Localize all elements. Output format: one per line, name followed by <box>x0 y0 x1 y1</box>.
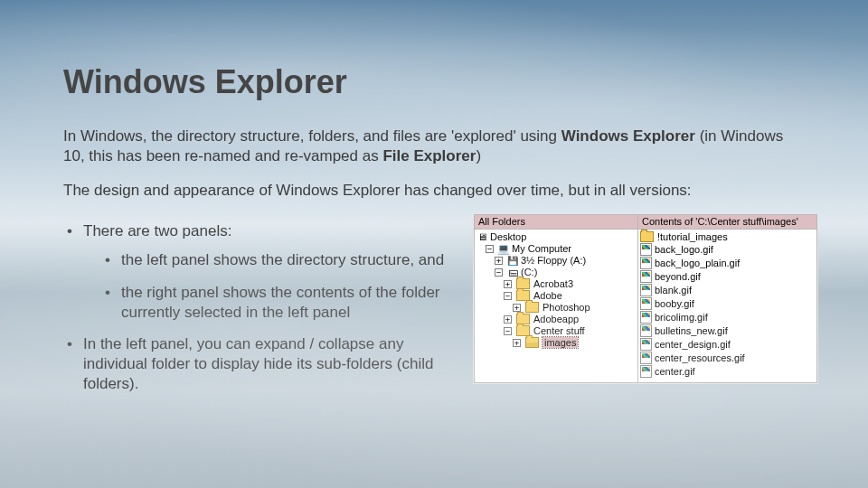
file-row: !tutorial_images <box>640 231 815 243</box>
file-label: blank.gif <box>655 285 692 296</box>
tree-desktop-label: Desktop <box>490 231 526 242</box>
expand-icon: + <box>504 280 512 288</box>
drive-icon <box>507 267 518 277</box>
expand-icon: + <box>513 304 521 312</box>
slide-title: Windows Explorer <box>63 63 832 101</box>
folder-open-icon <box>525 337 539 348</box>
collapse-icon: − <box>495 268 503 277</box>
floppy-icon <box>507 255 518 266</box>
image-file-icon <box>640 257 652 269</box>
file-label: !tutorial_images <box>657 231 728 242</box>
file-label: back_logo_plain.gif <box>655 258 740 268</box>
bullet-expand-collapse: In the left panel, you can expand / coll… <box>63 334 461 393</box>
file-row: center_resources.gif <box>640 352 815 365</box>
tree-centerstuff-label: Center stuff <box>533 325 585 336</box>
tree-acrobat3: + Acrobat3 <box>476 278 636 290</box>
file-label: center_design.gif <box>655 339 731 350</box>
image-file-icon <box>640 365 652 378</box>
file-row: back_logo_plain.gif <box>640 257 815 270</box>
file-row: blank.gif <box>640 284 815 297</box>
explorer-right-header: Contents of 'C:\Center stuff\images' <box>638 215 816 230</box>
file-row: beyond.gif <box>640 270 815 284</box>
image-file-icon <box>640 324 652 337</box>
expand-icon: + <box>513 339 521 347</box>
intro-text-pre: In Windows, the directory structure, fol… <box>63 127 561 145</box>
folder-icon <box>640 231 654 242</box>
tree-floppy-label: 3½ Floppy (A:) <box>521 255 586 266</box>
folder-icon <box>516 325 530 336</box>
file-label: booby.gif <box>655 298 694 309</box>
intro-text-post: ) <box>476 147 481 164</box>
file-label: bulletins_new.gif <box>655 325 728 336</box>
file-row: back_logo.gif <box>640 243 815 257</box>
tree-desktop: Desktop <box>476 231 636 243</box>
tree-cdrive-label: (C:) <box>521 267 537 277</box>
folder-icon <box>516 278 530 289</box>
image-file-icon <box>640 311 652 324</box>
image-file-icon <box>640 284 652 296</box>
bullet-left-panel: the left panel shows the directory struc… <box>103 250 461 270</box>
file-label: bricolimg.gif <box>655 312 708 323</box>
desktop-icon <box>476 231 487 242</box>
file-label: beyond.gif <box>655 271 701 282</box>
file-label: center_resources.gif <box>655 352 745 363</box>
bullet-right-panel: the right panel shows the contents of th… <box>103 283 461 323</box>
second-paragraph: The design and appearance of Windows Exp… <box>63 181 805 201</box>
expand-icon: + <box>495 257 503 265</box>
intro-strong-1: Windows Explorer <box>561 127 695 145</box>
explorer-right-pane: Contents of 'C:\Center stuff\images' !tu… <box>638 215 816 382</box>
image-file-icon <box>640 352 652 364</box>
intro-paragraph: In Windows, the directory structure, fol… <box>63 127 805 166</box>
tree-floppy: + 3½ Floppy (A:) <box>476 255 636 267</box>
file-row: center.gif <box>640 365 815 379</box>
collapse-icon: − <box>486 245 494 253</box>
folder-icon <box>516 314 530 324</box>
explorer-screenshot: All Folders Desktop − My Computer + <box>474 214 817 383</box>
file-label: back_logo.gif <box>655 244 713 255</box>
tree-my-computer: − My Computer <box>476 243 636 255</box>
tree-images: + images <box>476 337 636 349</box>
bullet-two-panels-text: There are two panels: <box>83 222 231 239</box>
tree-centerstuff: − Center stuff <box>476 325 636 337</box>
file-row: booby.gif <box>640 297 815 311</box>
collapse-icon: − <box>504 292 512 300</box>
tree-cdrive: − (C:) <box>476 267 636 278</box>
tree-adobe: − Adobe <box>476 290 636 302</box>
file-row: bricolimg.gif <box>640 311 815 324</box>
image-file-icon <box>640 338 652 351</box>
image-file-icon <box>640 270 652 283</box>
tree-adobeapp: + Adobeapp <box>476 314 636 325</box>
folder-icon <box>525 302 539 313</box>
tree-acrobat3-label: Acrobat3 <box>533 278 573 289</box>
folder-icon <box>516 290 530 301</box>
file-row: center_design.gif <box>640 338 815 352</box>
collapse-icon: − <box>504 327 512 335</box>
image-file-icon <box>640 297 652 310</box>
explorer-left-pane: All Folders Desktop − My Computer + <box>475 215 638 382</box>
tree-images-label: images <box>542 337 578 348</box>
tree-adobe-label: Adobe <box>533 290 562 301</box>
expand-icon: + <box>504 315 512 324</box>
tree-adobeapp-label: Adobeapp <box>533 314 579 324</box>
explorer-left-header: All Folders <box>475 215 637 230</box>
intro-strong-2: File Explorer <box>382 147 476 164</box>
file-label: center.gif <box>655 366 695 377</box>
tree-photoshop: + Photoshop <box>476 302 636 314</box>
tree-photoshop-label: Photoshop <box>542 302 590 313</box>
file-row: bulletins_new.gif <box>640 324 815 338</box>
bullet-two-panels: There are two panels: the left panel sho… <box>63 221 461 322</box>
image-file-icon <box>640 243 652 256</box>
computer-icon <box>498 243 509 254</box>
tree-my-computer-label: My Computer <box>512 243 571 254</box>
